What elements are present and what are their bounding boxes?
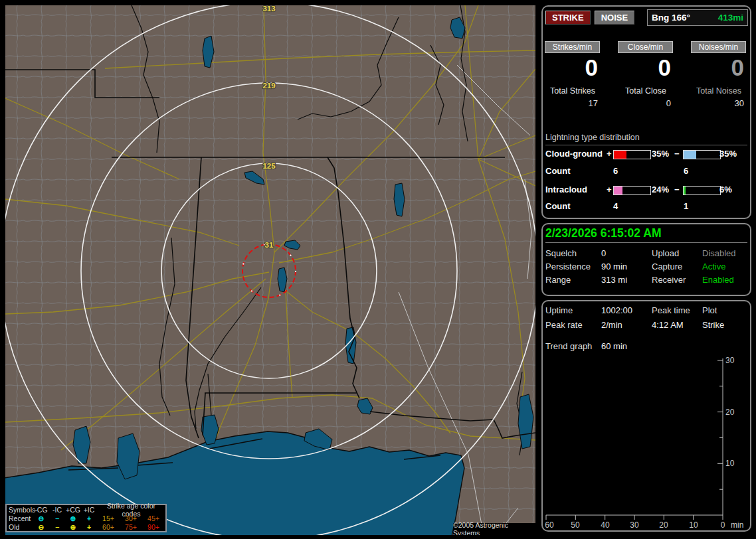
distribution-heading: Lightning type distribution	[545, 133, 747, 145]
total-close-value: 0	[618, 98, 671, 108]
legend-type-pos-cg: +CG	[65, 506, 81, 514]
upload-label: Upload	[652, 248, 679, 258]
cg-count-label: Count	[545, 166, 571, 176]
receiver-label: Receiver	[652, 275, 686, 285]
x-tick-0: 0	[721, 520, 725, 530]
age-45: 45+	[142, 514, 165, 522]
noises-per-min-header: Noises/min	[691, 41, 746, 53]
pos-ic-recent-icon: +	[81, 514, 97, 522]
ic-minus-sign: −	[674, 185, 680, 194]
receiver-status: Enabled	[702, 275, 734, 285]
bearing-distance: 413mi	[718, 13, 743, 23]
noise-mode-button[interactable]: NOISE	[595, 11, 634, 25]
ring-label-313: 313	[262, 5, 275, 13]
cg-minus-count: 6	[684, 166, 688, 176]
noises-per-min-value: 0	[691, 54, 744, 81]
copyright-notice: ©2005 Astrogenic Systems	[453, 523, 535, 535]
status-panel: 2/23/2026 6:15:02 AM Squelch 0 Upload Di…	[541, 223, 751, 296]
persistence-label: Persistence	[545, 262, 591, 271]
total-noises-value: 30	[691, 98, 744, 108]
ic-minus-percent: 6%	[719, 185, 732, 194]
pos-cg-old-icon: ⊕	[65, 523, 81, 531]
legend-type-pos-ic: +IC	[81, 506, 97, 514]
map-legend: Symbols -CG -IC +CG +IC Strike age color…	[5, 504, 167, 532]
ic-plus-count: 4	[613, 201, 618, 211]
x-tick-40: 40	[601, 520, 610, 530]
intracloud-label: Intracloud	[545, 185, 587, 194]
bearing-value: Bng 166°	[652, 13, 690, 23]
age-75: 75+	[120, 523, 142, 531]
persistence-value: 90 min	[601, 262, 627, 271]
x-axis-unit: min	[731, 520, 743, 530]
total-strikes-label: Total Strikes	[545, 86, 601, 96]
range-label: Range	[545, 275, 571, 285]
bearing-readout: Bng 166° 413mi	[647, 9, 748, 26]
total-close-label: Total Close	[618, 86, 674, 96]
pos-ic-old-icon: +	[81, 523, 97, 531]
lightning-tracker-app: { "colors": { "accent_green": "#00dd00",…	[0, 0, 756, 539]
legend-old-label: Old	[7, 523, 33, 531]
strike-mode-button[interactable]: STRIKE	[545, 11, 591, 25]
close-per-min-value: 0	[618, 54, 671, 81]
x-tick-50: 50	[571, 520, 580, 530]
cg-plus-sign: +	[607, 149, 612, 159]
ic-plus-percent: 24%	[652, 185, 669, 194]
ic-minus-bar	[683, 186, 721, 195]
y-tick-10: 10	[725, 459, 735, 468]
cloud-ground-label: Cloud-ground	[545, 149, 603, 159]
cg-minus-sign: −	[674, 149, 680, 159]
y-tick-30: 30	[725, 356, 735, 365]
cg-plus-bar	[613, 150, 651, 159]
x-tick-60: 60	[545, 520, 554, 530]
range-value: 313 mi	[601, 275, 627, 285]
cg-plus-percent: 35%	[652, 149, 669, 159]
trend-panel: Uptime 1002:00 Peak time Plot Peak rate …	[541, 300, 751, 532]
legend-type-neg-cg: -CG	[33, 506, 49, 514]
strikes-per-min-value: 0	[545, 54, 598, 81]
strikes-per-min-header: Strikes/min	[545, 41, 600, 53]
neg-ic-recent-icon: −	[49, 514, 65, 522]
ic-plus-bar	[613, 186, 651, 195]
ic-plus-sign: +	[607, 185, 612, 194]
strike-counter-panel: STRIKE NOISE Bng 166° 413mi Strikes/min …	[541, 5, 751, 219]
cg-minus-percent: 35%	[719, 149, 737, 159]
total-strikes-value: 17	[545, 98, 598, 108]
legend-header-row: Symbols -CG -IC +CG +IC Strike age color…	[7, 506, 165, 514]
squelch-label: Squelch	[545, 248, 577, 258]
cg-minus-bar	[683, 150, 721, 159]
legend-recent-label: Recent	[7, 514, 33, 522]
ic-minus-count: 1	[684, 201, 688, 211]
age-90: 90+	[142, 523, 165, 531]
capture-status: Active	[702, 262, 725, 271]
legend-type-neg-ic: -IC	[49, 506, 65, 514]
legend-old-row: Old ⊖ − ⊕ + 60+ 75+ 90+	[7, 523, 165, 532]
x-tick-30: 30	[630, 520, 639, 530]
x-tick-20: 20	[659, 520, 668, 530]
capture-label: Capture	[652, 262, 682, 271]
upload-status: Disabled	[702, 248, 736, 258]
squelch-value: 0	[601, 248, 606, 258]
date-time: 2/23/2026 6:15:02 AM	[545, 226, 747, 243]
trend-graph: 30 20 10 60 50 40 30 20 10 0 min	[543, 301, 750, 530]
cg-plus-count: 6	[613, 166, 618, 176]
y-tick-20: 20	[725, 408, 735, 417]
total-noises-label: Total Noises	[691, 86, 747, 96]
map-display: 313 219 125 31 Symbols -CG -IC +CG +IC S…	[5, 5, 535, 535]
age-15: 15+	[97, 514, 120, 522]
close-per-min-header: Close/min	[618, 41, 673, 53]
pos-cg-recent-icon: ⊕	[65, 514, 81, 522]
ring-label-219: 219	[262, 82, 275, 90]
ring-label-125: 125	[262, 162, 276, 170]
age-60: 60+	[97, 523, 120, 531]
x-tick-10: 10	[689, 520, 698, 530]
neg-cg-recent-icon: ⊖	[33, 514, 49, 522]
ic-count-label: Count	[545, 201, 571, 211]
neg-cg-old-icon: ⊖	[33, 523, 49, 531]
ring-label-31: 31	[265, 241, 274, 249]
legend-recent-row: Recent ⊖ − ⊕ + 15+ 30+ 45+	[7, 514, 165, 523]
neg-ic-old-icon: −	[49, 523, 65, 531]
age-30: 30+	[120, 514, 142, 522]
legend-symbols-header: Symbols	[7, 506, 33, 514]
map-image: 313 219 125 31	[5, 5, 535, 535]
